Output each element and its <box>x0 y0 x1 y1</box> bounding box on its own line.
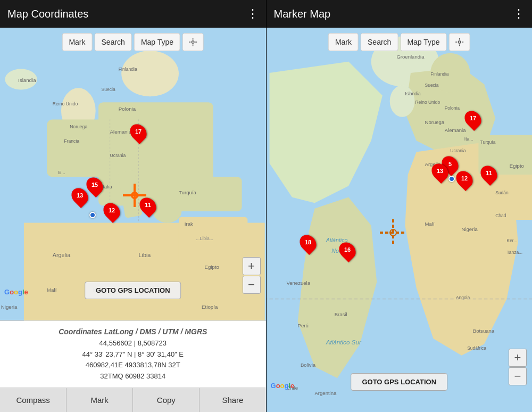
coords-mgrs: 32TMQ 60982 33814 <box>7 371 259 382</box>
svg-text:Libia: Libia <box>139 252 151 258</box>
marker-16-right[interactable]: 16 <box>340 242 355 260</box>
right-location-button[interactable] <box>449 33 470 51</box>
left-goto-button[interactable]: GOTO GPS LOCATION <box>85 282 181 299</box>
svg-text:Chad: Chad <box>495 213 506 218</box>
google-logo-right: Google <box>271 382 295 390</box>
svg-point-79 <box>458 41 461 44</box>
svg-text:Sudán: Sudán <box>495 190 509 195</box>
svg-text:Islandia: Islandia <box>405 91 421 96</box>
left-mark-button[interactable]: Mark <box>62 33 92 51</box>
left-menu-icon[interactable]: ⋮ <box>247 7 259 21</box>
left-title: Map Coordinates <box>7 8 88 20</box>
svg-text:Perú: Perú <box>297 323 308 328</box>
right-zoom-in[interactable]: + <box>509 349 527 367</box>
svg-text:Malí: Malí <box>47 287 57 293</box>
mark-action-button[interactable]: Mark <box>66 388 133 412</box>
svg-text:Islandia: Islandia <box>18 77 36 83</box>
blue-dot-right <box>448 176 455 182</box>
right-maptype-button[interactable]: Map Type <box>400 33 446 51</box>
marker-12-right[interactable]: 12 <box>457 170 472 188</box>
left-toolbar: Mark Search Map Type <box>62 33 204 51</box>
marker-18-right[interactable]: 18 <box>301 234 315 252</box>
right-goto-button[interactable]: GOTO GPS LOCATION <box>351 373 447 391</box>
right-mark-button[interactable]: Mark <box>328 33 359 51</box>
svg-text:Malí: Malí <box>425 221 434 227</box>
left-zoom-controls: + − <box>243 257 261 294</box>
coords-dms: 44° 33' 23,77" N | 8° 30' 31,40" E <box>7 349 259 360</box>
marker-11-right[interactable]: 11 <box>481 165 496 183</box>
left-action-bar: Compass Mark Copy Share <box>0 388 266 412</box>
coordinates-info: Coordinates LatLong / DMS / UTM / MGRS 4… <box>0 320 266 388</box>
svg-text:Argentina: Argentina <box>314 390 337 396</box>
svg-text:Ker...: Ker... <box>506 238 517 243</box>
google-logo-left: Google <box>4 288 28 296</box>
svg-text:Finlandia: Finlandia <box>430 71 449 77</box>
left-panel: Map Coordinates ⋮ <box>0 0 266 412</box>
svg-text:Alemania: Alemania <box>110 129 132 135</box>
right-menu-icon[interactable]: ⋮ <box>513 7 525 21</box>
svg-text:Turquía: Turquía <box>179 189 197 195</box>
svg-text:Tanza...: Tanza... <box>506 250 522 255</box>
left-map-area[interactable]: Islandia Finlandia Suecia Polonia Aleman… <box>0 28 266 320</box>
svg-text:Polonia: Polonia <box>119 106 136 112</box>
coords-title: Coordinates LatLong / DMS / UTM / MGRS <box>7 327 259 336</box>
coords-latlong: 44,556602 | 8,508723 <box>7 338 259 349</box>
svg-point-42 <box>389 85 414 117</box>
right-zoom-out[interactable]: − <box>509 367 527 385</box>
copy-button[interactable]: Copy <box>133 388 200 412</box>
svg-text:Brasil: Brasil <box>334 311 347 317</box>
marker-13-left[interactable]: 13 <box>72 187 87 205</box>
svg-text:Turquía: Turquía <box>480 139 495 145</box>
marker-11-left[interactable]: 11 <box>140 197 155 215</box>
left-maptype-button[interactable]: Map Type <box>134 33 180 51</box>
svg-text:Alemania: Alemania <box>444 127 466 133</box>
svg-text:Ucrania: Ucrania <box>110 153 126 158</box>
svg-text:Argelia: Argelia <box>53 252 71 258</box>
right-toolbar: Mark Search Map Type <box>328 33 470 51</box>
svg-text:Egipto: Egipto <box>509 163 523 169</box>
svg-text:Etiopía: Etiopía <box>202 304 218 310</box>
left-location-button[interactable] <box>182 33 204 51</box>
svg-text:Ita...: Ita... <box>464 136 473 142</box>
svg-text:Polonia: Polonia <box>444 105 460 111</box>
svg-text:Irak: Irak <box>185 221 193 227</box>
right-title: Marker Map <box>274 8 331 20</box>
svg-text:Nigeria: Nigeria <box>1 304 18 310</box>
left-search-button[interactable]: Search <box>95 33 132 51</box>
svg-text:Egipto: Egipto <box>205 264 219 270</box>
svg-text:Suecia: Suecia <box>425 83 438 88</box>
svg-text:Finlandia: Finlandia <box>119 67 137 72</box>
marker-12-left[interactable]: 12 <box>104 202 119 220</box>
svg-text:Nigeria: Nigeria <box>461 226 478 232</box>
left-zoom-out[interactable]: − <box>243 276 261 294</box>
compass-button[interactable]: Compass <box>0 388 66 412</box>
coords-utm: 460982,41E 4933813,78N 32T <box>7 360 259 371</box>
svg-text:Botsuana: Botsuana <box>472 328 494 334</box>
svg-text:Suecia: Suecia <box>101 87 115 92</box>
svg-text:Ucrania: Ucrania <box>450 148 466 153</box>
svg-point-35 <box>192 41 195 44</box>
right-crosshair <box>380 219 406 246</box>
svg-text:Venezuela: Venezuela <box>286 280 310 286</box>
svg-text:Bolivia: Bolivia <box>300 362 315 368</box>
right-map-area[interactable]: Groenlandia Islandia Finlandia Suecia Re… <box>267 28 533 412</box>
marker-15-left[interactable]: 15 <box>87 177 102 195</box>
share-button[interactable]: Share <box>200 388 265 412</box>
marker-17-right[interactable]: 17 <box>466 110 480 128</box>
svg-text:Reino Unido: Reino Unido <box>415 100 440 105</box>
marker-17-left[interactable]: 17 <box>131 123 146 142</box>
svg-text:E...: E... <box>59 170 65 175</box>
marker-13-right[interactable]: 13 <box>433 163 447 181</box>
svg-text:Francia: Francia <box>64 138 79 144</box>
svg-text:Atlántico Sur: Atlántico Sur <box>325 339 361 345</box>
right-zoom-controls: + − <box>509 349 527 385</box>
right-search-button[interactable]: Search <box>361 33 398 51</box>
svg-text:Noruega: Noruega <box>425 119 444 125</box>
svg-text:Reino Unido: Reino Unido <box>53 101 78 106</box>
svg-text:Noruega: Noruega <box>70 124 87 129</box>
left-zoom-in[interactable]: + <box>243 257 261 275</box>
svg-point-1 <box>121 51 179 96</box>
left-header: Map Coordinates ⋮ <box>0 0 266 28</box>
svg-text:Groenlandia: Groenlandia <box>396 54 425 60</box>
right-header: Marker Map ⋮ <box>267 0 533 28</box>
